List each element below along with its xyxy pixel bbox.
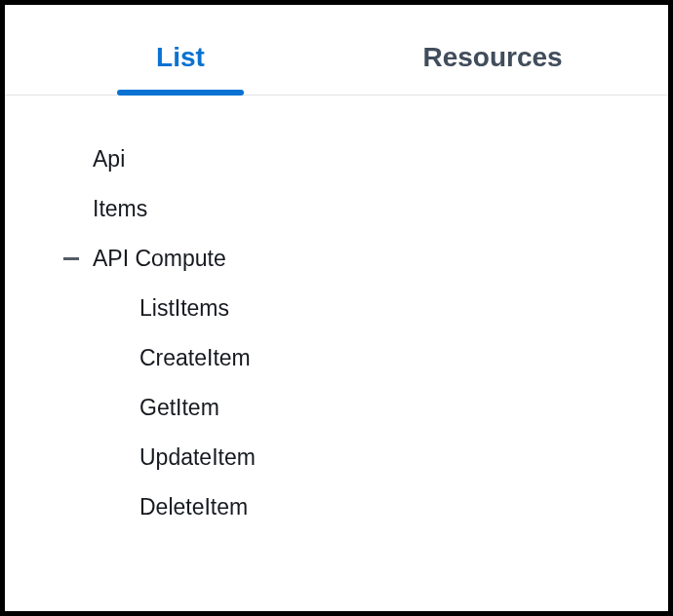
tree-item-updateitem[interactable]: UpdateItem <box>63 433 649 482</box>
tree-item-deleteitem[interactable]: DeleteItem <box>63 482 649 532</box>
tree-item-label: UpdateItem <box>139 444 256 471</box>
tree-item-items[interactable]: Items <box>63 184 649 234</box>
tab-list[interactable]: List <box>24 15 336 95</box>
tree-item-createitem[interactable]: CreateItem <box>63 333 649 383</box>
tree-item-api-compute[interactable]: API Compute <box>63 234 649 284</box>
tree-item-label: ListItems <box>139 295 229 322</box>
tree-item-label: CreateItem <box>139 345 251 371</box>
tree-item-label: DeleteItem <box>139 494 248 520</box>
tree-item-getitem[interactable]: GetItem <box>63 383 649 433</box>
tree-item-listitems[interactable]: ListItems <box>63 284 649 333</box>
tree-container: Api Items API Compute ListItems CreateIt… <box>5 96 668 552</box>
tree-item-label: Api <box>93 146 125 173</box>
tree-item-label: GetItem <box>139 395 219 421</box>
tabs-container: List Resources <box>5 15 668 96</box>
tree-item-api[interactable]: Api <box>63 135 649 184</box>
tab-resources[interactable]: Resources <box>336 15 649 95</box>
collapse-icon[interactable] <box>63 257 79 260</box>
tree-item-label: API Compute <box>93 246 226 272</box>
tree-item-label: Items <box>93 196 147 222</box>
